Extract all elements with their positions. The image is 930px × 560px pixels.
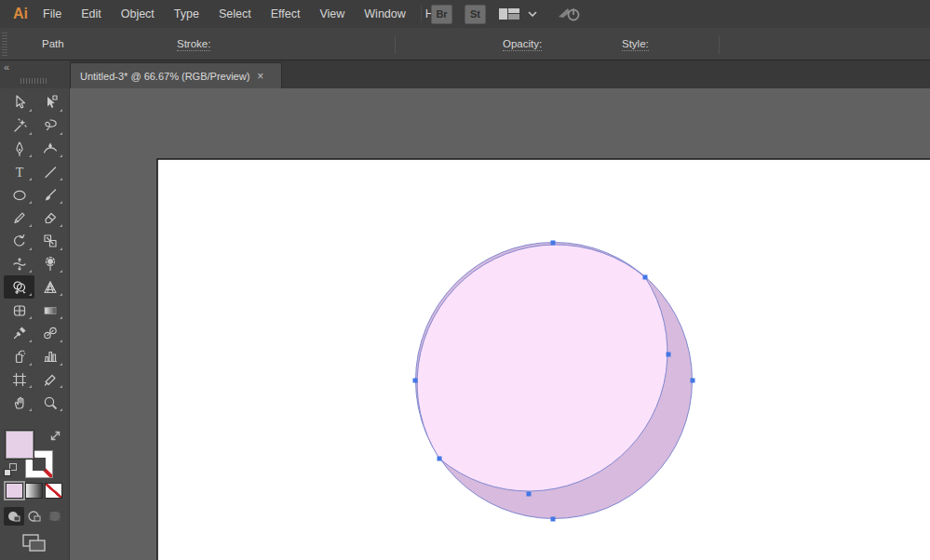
- separator: [395, 35, 396, 54]
- collapse-panel-icon[interactable]: «: [4, 61, 9, 73]
- menu-view[interactable]: View: [317, 6, 346, 22]
- blend-tool[interactable]: [34, 322, 65, 345]
- separator: [719, 35, 720, 54]
- stroke-proxy-hole: [33, 458, 46, 471]
- tab-bar: « Untitled-3* @ 66.67% (RGB/Preview) ×: [0, 60, 930, 88]
- anchor-point[interactable]: [438, 457, 442, 461]
- stroke-label[interactable]: Stroke:: [177, 38, 210, 51]
- column-graph-tool[interactable]: [34, 345, 65, 368]
- direct-selection-tool[interactable]: [34, 91, 65, 114]
- tool-panel-grip[interactable]: [20, 78, 48, 84]
- anchor-point[interactable]: [667, 353, 671, 357]
- default-fill-stroke-icon[interactable]: [4, 463, 17, 476]
- zoom-tool[interactable]: [34, 391, 65, 414]
- bridge-button[interactable]: Br: [431, 5, 452, 24]
- cs-live-icon[interactable]: [556, 6, 584, 22]
- document-tab[interactable]: Untitled-3* @ 66.67% (RGB/Preview) ×: [70, 62, 282, 88]
- shape-builder-tool[interactable]: [4, 275, 34, 299]
- fill-proxy-swatch[interactable]: [6, 431, 34, 459]
- type-tool[interactable]: T: [4, 160, 34, 183]
- width-tool[interactable]: [4, 253, 34, 276]
- perspective-grid-tool[interactable]: [34, 275, 65, 299]
- opacity-label[interactable]: Opacity:: [503, 38, 542, 51]
- stock-button[interactable]: St: [465, 5, 486, 24]
- control-bar-grip[interactable]: [2, 33, 7, 56]
- gradient-tool[interactable]: [34, 299, 65, 322]
- menubar-separator: [421, 6, 422, 22]
- menu-select[interactable]: Select: [217, 6, 253, 22]
- lasso-tool[interactable]: [34, 114, 65, 138]
- menu-items: FileEditObjectTypeSelectEffectViewWindow…: [41, 6, 467, 22]
- workspace-chevron-icon[interactable]: [528, 11, 537, 17]
- style-label[interactable]: Style:: [622, 38, 649, 51]
- rotate-tool[interactable]: [4, 230, 34, 253]
- menu-object[interactable]: Object: [119, 6, 156, 22]
- mesh-tool[interactable]: [4, 299, 34, 322]
- puppet-warp-tool[interactable]: [34, 253, 65, 276]
- paintbrush-tool[interactable]: [34, 183, 65, 207]
- canvas-area[interactable]: [70, 88, 930, 560]
- draw-inside-button[interactable]: [45, 507, 65, 526]
- tool-panel-header: «: [0, 60, 70, 88]
- screen-mode-button[interactable]: [20, 533, 48, 557]
- artboard-tool[interactable]: [4, 368, 34, 392]
- menu-edit[interactable]: Edit: [79, 6, 103, 22]
- document-tab-title: Untitled-3* @ 66.67% (RGB/Preview): [80, 71, 249, 82]
- gradient-button[interactable]: [25, 483, 43, 499]
- selection-type-label: Path: [42, 38, 64, 49]
- menu-window[interactable]: Window: [362, 6, 407, 22]
- ellipse-tool[interactable]: [4, 183, 34, 207]
- anchor-point[interactable]: [643, 275, 648, 280]
- control-bar: Path Stroke: Basic Opacity: 100% › Style…: [0, 28, 930, 60]
- tools-grid: T: [4, 91, 66, 414]
- anchor-point[interactable]: [413, 379, 418, 383]
- menu-bar: Ai FileEditObjectTypeSelectEffectViewWin…: [0, 0, 930, 28]
- selection-tool[interactable]: [4, 91, 34, 114]
- none-button[interactable]: [45, 483, 62, 499]
- color-button[interactable]: [6, 483, 23, 499]
- draw-normal-button[interactable]: [4, 507, 24, 526]
- close-icon[interactable]: ×: [257, 72, 263, 81]
- draw-behind-button[interactable]: [24, 507, 45, 526]
- curvature-tool[interactable]: [34, 138, 65, 161]
- line-segment-tool[interactable]: [34, 160, 65, 183]
- menu-file[interactable]: File: [41, 6, 63, 22]
- anchor-point[interactable]: [551, 241, 556, 246]
- tool-panel: T: [0, 88, 70, 560]
- anchor-point[interactable]: [551, 517, 556, 522]
- anchor-point[interactable]: [527, 492, 532, 497]
- slice-tool[interactable]: [34, 368, 65, 392]
- drawing-mode-buttons: [4, 507, 65, 526]
- eraser-tool[interactable]: [34, 207, 65, 230]
- paint-type-buttons: [6, 483, 64, 499]
- anchor-point[interactable]: [691, 379, 695, 383]
- scale-tool[interactable]: [34, 230, 65, 253]
- illustrator-logo: Ai: [0, 6, 41, 22]
- swap-fill-stroke-icon[interactable]: [48, 429, 62, 447]
- pen-tool[interactable]: [4, 138, 34, 161]
- svg-text:T: T: [15, 166, 23, 180]
- pencil-tool[interactable]: [4, 207, 34, 230]
- magic-wand-tool[interactable]: [4, 114, 34, 138]
- canvas-svg: [70, 88, 930, 560]
- menu-type[interactable]: Type: [172, 6, 201, 22]
- symbol-sprayer-tool[interactable]: [4, 345, 34, 368]
- hand-tool[interactable]: [4, 391, 34, 414]
- eyedropper-tool[interactable]: [4, 322, 34, 345]
- workspace-switcher-icon[interactable]: [498, 7, 522, 21]
- menu-effect[interactable]: Effect: [269, 6, 303, 22]
